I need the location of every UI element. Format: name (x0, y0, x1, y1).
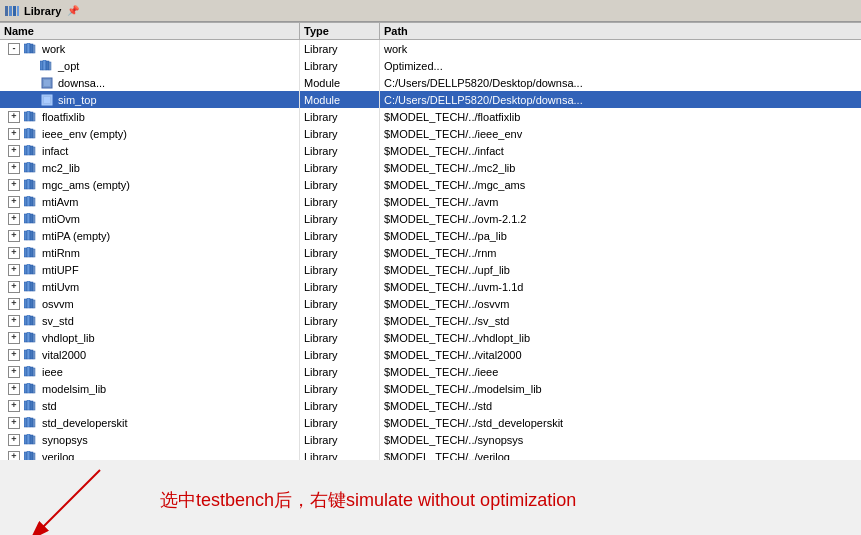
expand-icon[interactable]: + (8, 213, 20, 225)
table-row[interactable]: + osvvmLibrary$MODEL_TECH/../osvvm (0, 295, 861, 312)
svg-rect-77 (27, 366, 30, 376)
expand-icon[interactable]: + (8, 264, 20, 276)
svg-rect-18 (30, 112, 33, 121)
table-row[interactable]: + std_developerskitLibrary$MODEL_TECH/..… (0, 414, 861, 431)
row-name-label: std (42, 400, 57, 412)
row-type-label: Library (300, 125, 380, 142)
table-row[interactable]: + synopsysLibrary$MODEL_TECH/../synopsys (0, 431, 861, 448)
library-icon (24, 297, 38, 311)
table-row[interactable]: + mtiRnmLibrary$MODEL_TECH/../rnm (0, 244, 861, 261)
table-row[interactable]: + mtiAvmLibrary$MODEL_TECH/../avm (0, 193, 861, 210)
row-path-label: $MODEL_TECH/../ovm-2.1.2 (380, 210, 861, 227)
expand-icon[interactable]: + (8, 383, 20, 395)
expand-icon[interactable]: + (8, 111, 20, 123)
table-row[interactable]: + verilogLibrary$MODEL_TECH/../verilog (0, 448, 861, 460)
svg-rect-8 (40, 61, 43, 70)
table-row[interactable]: + ieee_env (empty)Library$MODEL_TECH/../… (0, 125, 861, 142)
svg-rect-10 (46, 61, 49, 70)
expand-icon[interactable]: + (8, 247, 20, 259)
expand-icon[interactable]: + (8, 179, 20, 191)
row-path-label: $MODEL_TECH/../mc2_lib (380, 159, 861, 176)
table-row[interactable]: + mtiUvmLibrary$MODEL_TECH/../uvm-1.1d (0, 278, 861, 295)
expand-icon[interactable]: + (8, 349, 20, 361)
row-name-label: mc2_lib (42, 162, 80, 174)
table-row[interactable]: + mgc_ams (empty)Library$MODEL_TECH/../m… (0, 176, 861, 193)
row-path-label: $MODEL_TECH/../vhdlopt_lib (380, 329, 861, 346)
table-row[interactable]: + infactLibrary$MODEL_TECH/../infact (0, 142, 861, 159)
library-icon (24, 382, 38, 396)
table-row[interactable]: + mtiOvmLibrary$MODEL_TECH/../ovm-2.1.2 (0, 210, 861, 227)
row-type-label: Library (300, 414, 380, 431)
svg-rect-13 (44, 80, 50, 86)
row-path-label: $MODEL_TECH/../ieee_env (380, 125, 861, 142)
svg-rect-19 (33, 113, 35, 121)
row-name-label: floatfixlib (42, 111, 85, 123)
expand-icon[interactable]: + (8, 332, 20, 344)
table-row[interactable]: + mc2_libLibrary$MODEL_TECH/../mc2_lib (0, 159, 861, 176)
expand-icon[interactable]: + (8, 417, 20, 429)
svg-rect-80 (24, 384, 27, 393)
expand-icon[interactable]: + (8, 298, 20, 310)
library-icon (24, 144, 38, 158)
row-name-label: vhdlopt_lib (42, 332, 95, 344)
row-name-label: osvvm (42, 298, 74, 310)
svg-rect-23 (33, 130, 35, 138)
expand-icon[interactable]: + (8, 434, 20, 446)
row-type-label: Library (300, 346, 380, 363)
row-name-label: sv_std (42, 315, 74, 327)
expand-icon[interactable]: + (8, 451, 20, 461)
expand-icon[interactable]: + (8, 162, 20, 174)
svg-rect-57 (27, 281, 30, 291)
svg-rect-28 (24, 163, 27, 172)
svg-rect-70 (30, 333, 33, 342)
row-path-label: $MODEL_TECH/../synopsys (380, 431, 861, 448)
svg-rect-5 (27, 43, 30, 53)
svg-rect-78 (30, 367, 33, 376)
table-row[interactable]: + stdLibrary$MODEL_TECH/../std (0, 397, 861, 414)
expand-icon[interactable]: + (8, 366, 20, 378)
library-icon (24, 110, 38, 124)
table-row[interactable]: + ieeeLibrary$MODEL_TECH/../ieee (0, 363, 861, 380)
svg-rect-37 (27, 196, 30, 206)
row-name-label: work (42, 43, 65, 55)
expand-icon[interactable]: + (8, 230, 20, 242)
row-name-label: downsa... (58, 77, 105, 89)
row-path-label: $MODEL_TECH/../infact (380, 142, 861, 159)
library-icon (24, 42, 38, 56)
svg-rect-46 (30, 231, 33, 240)
svg-rect-91 (33, 419, 35, 427)
svg-rect-69 (27, 332, 30, 342)
row-type-label: Library (300, 108, 380, 125)
library-icon (24, 178, 38, 192)
expand-icon[interactable]: + (8, 128, 20, 140)
expand-icon[interactable]: + (8, 196, 20, 208)
row-name-label: std_developerskit (42, 417, 128, 429)
table-row[interactable]: sim_topModuleC:/Users/DELLP5820/Desktop/… (0, 91, 861, 108)
row-name-label: mtiOvm (42, 213, 80, 225)
table-row[interactable]: + modelsim_libLibrary$MODEL_TECH/../mode… (0, 380, 861, 397)
expand-icon[interactable]: + (8, 281, 20, 293)
table-row[interactable]: - workLibrarywork (0, 40, 861, 57)
library-icon (24, 450, 38, 461)
table-row[interactable]: downsa...ModuleC:/Users/DELLP5820/Deskto… (0, 74, 861, 91)
svg-rect-3 (17, 6, 19, 16)
svg-rect-44 (24, 231, 27, 240)
svg-rect-85 (27, 400, 30, 410)
expand-icon[interactable]: + (8, 400, 20, 412)
table-row[interactable]: + vhdlopt_libLibrary$MODEL_TECH/../vhdlo… (0, 329, 861, 346)
expand-icon[interactable]: + (8, 315, 20, 327)
collapse-icon[interactable]: - (8, 43, 20, 55)
svg-rect-84 (24, 401, 27, 410)
row-type-label: Library (300, 295, 380, 312)
library-icon (24, 263, 38, 277)
table-row[interactable]: + vital2000Library$MODEL_TECH/../vital20… (0, 346, 861, 363)
library-icon (24, 229, 38, 243)
table-row[interactable]: _optLibraryOptimized... (0, 57, 861, 74)
table-row[interactable]: + floatfixlibLibrary$MODEL_TECH/../float… (0, 108, 861, 125)
table-row[interactable]: + mtiUPFLibrary$MODEL_TECH/../upf_lib (0, 261, 861, 278)
row-path-label: $MODEL_TECH/../sv_std (380, 312, 861, 329)
table-row[interactable]: + sv_stdLibrary$MODEL_TECH/../sv_std (0, 312, 861, 329)
tree-container[interactable]: - workLibrarywork _optLibraryOptimized..… (0, 40, 861, 460)
expand-icon[interactable]: + (8, 145, 20, 157)
table-row[interactable]: + mtiPA (empty)Library$MODEL_TECH/../pa_… (0, 227, 861, 244)
